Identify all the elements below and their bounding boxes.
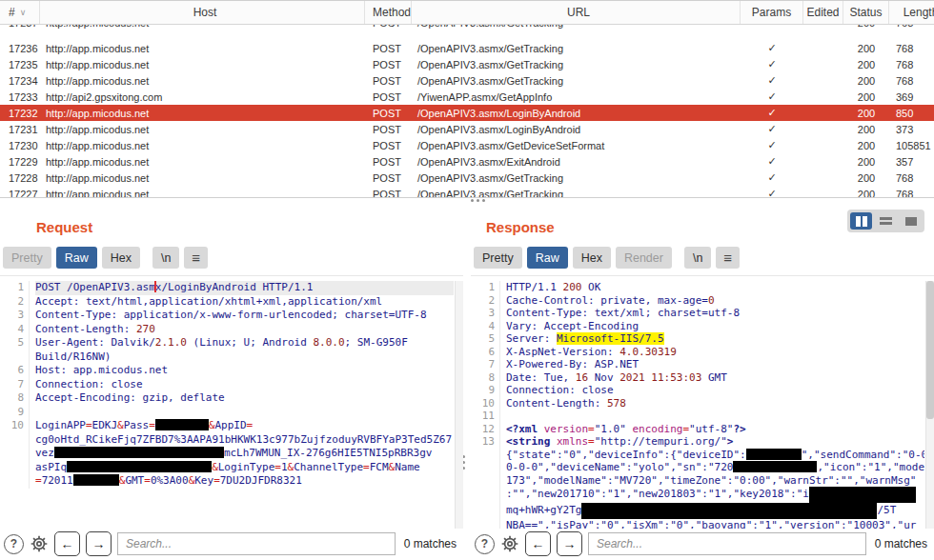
code-text: &: [212, 461, 218, 473]
request-tab-pretty[interactable]: Pretty: [3, 247, 51, 269]
response-tab-render[interactable]: Render: [616, 247, 672, 269]
layout-single-pane-button[interactable]: [900, 212, 922, 230]
row-params-check: ✓: [741, 58, 803, 70]
request-tab-menu[interactable]: ≡: [184, 247, 208, 269]
code-text: Microsoft-IIS/7.5: [557, 332, 664, 345]
response-code-line: mq+hWR+gY2Tg/5T: [472, 503, 924, 519]
columns-icon: [856, 216, 861, 227]
row-url: /OpenAPIV3.asmx/LoginByAndroid: [412, 124, 741, 135]
row-length: 373: [889, 124, 934, 135]
code-text: /5T: [877, 504, 896, 516]
row-url: /OpenAPIV3.asmx/GetDeviceSetFormat: [412, 140, 741, 151]
response-tab-newline[interactable]: \n: [684, 247, 711, 269]
response-search-input[interactable]: [588, 532, 866, 555]
help-icon[interactable]: ?: [4, 534, 24, 554]
row-params-check: ✓: [741, 155, 803, 168]
burp-proxy-http-history-screen: #∨HostMethodURLParamsEditedStatusLength …: [0, 0, 934, 560]
history-row-17230[interactable]: 17230http://app.micodus.netPOST/OpenAPIV…: [0, 137, 934, 153]
code-text: Content-Length:: [35, 323, 136, 335]
request-editor[interactable]: 1POST /OpenAPIV3.asmx/LoginByAndroid HTT…: [1, 281, 454, 529]
line-content: X-Powered-By: ASP.NET: [506, 358, 924, 371]
search-settings-button[interactable]: [30, 534, 49, 553]
column-header-method[interactable]: Method: [365, 1, 412, 24]
row-length: 768: [889, 43, 934, 54]
request-tab-newline[interactable]: \n: [152, 247, 179, 269]
scrollbar-thumb[interactable]: [926, 281, 934, 419]
row-num: 17227: [0, 189, 40, 199]
row-host: http://app.micodus.net: [40, 75, 365, 87]
response-tab-raw[interactable]: Raw: [527, 247, 568, 269]
request-scrollbar[interactable]: [455, 281, 463, 529]
history-row-17228[interactable]: 17228http://app.micodus.netPOST/OpenAPIV…: [0, 170, 934, 186]
response-code-line: 5Server: Microsoft-IIS/7.5: [472, 332, 924, 346]
request-code-line: 4Content-Length: 270: [1, 323, 454, 337]
request-search-input[interactable]: [117, 532, 396, 555]
line-number: 4: [1, 323, 30, 337]
code-text: Name: [395, 461, 420, 473]
request-code-line: 5User-Agent: Dalvik/2.1.0 (Linux; U; And…: [1, 336, 454, 350]
column-header-edited[interactable]: Edited: [803, 1, 843, 24]
code-text: GMT: [125, 474, 144, 487]
table-partial-row-clipped[interactable]: 17237http://app.micodus.netPOST/OpenAPIV…: [0, 25, 934, 40]
code-text: HTTP/1.1: [506, 281, 563, 293]
column-header-params[interactable]: Params: [741, 1, 803, 24]
history-row-17229[interactable]: 17229http://app.micodus.netPOST/OpenAPIV…: [0, 153, 934, 170]
history-row-17236[interactable]: 17236http://app.micodus.netPOST/OpenAPIV…: [0, 40, 934, 56]
request-code-line: 2Accept: text/html,application/xhtml+xml…: [1, 295, 454, 310]
code-text: ?>: [733, 423, 745, 435]
column-header-length[interactable]: Length: [889, 1, 934, 24]
help-icon[interactable]: ?: [475, 534, 495, 554]
request-code-line: 7Connection: close: [1, 378, 454, 392]
response-tab-menu[interactable]: ≡: [716, 247, 740, 269]
response-scrollbar[interactable]: [925, 281, 934, 529]
column-header-url[interactable]: URL: [412, 1, 741, 24]
code-text: Vary: Accept-Encoding: [506, 320, 639, 332]
code-text: (Linux; U; Android: [187, 336, 313, 349]
request-tab-hex[interactable]: Hex: [102, 247, 140, 269]
column-header-status[interactable]: Status: [843, 1, 889, 24]
search-previous-button[interactable]: ←: [525, 531, 551, 556]
column-header-num[interactable]: #∨: [0, 1, 40, 24]
layout-split-columns-button[interactable]: [850, 212, 872, 230]
code-text: =: [588, 435, 595, 448]
response-tab-hex[interactable]: Hex: [573, 247, 611, 269]
row-host: http://app.micodus.net: [40, 156, 365, 168]
history-row-17234[interactable]: 17234http://app.micodus.netPOST/OpenAPIV…: [0, 72, 934, 89]
response-tab-pretty[interactable]: Pretty: [474, 247, 522, 269]
history-row-17235[interactable]: 17235http://app.micodus.netPOST/OpenAPIV…: [0, 56, 934, 72]
line-number: 13: [472, 435, 500, 449]
horizontal-splitter-handle[interactable]: [471, 199, 485, 202]
code-text: Host: app.micodus.net: [35, 364, 168, 376]
search-next-button[interactable]: →: [557, 531, 582, 556]
search-next-button[interactable]: →: [86, 531, 112, 556]
line-number: 6: [1, 364, 30, 378]
line-content: LoginAPP=EDKJ&Pass=&AppID=: [35, 419, 454, 433]
line-number: 2: [1, 295, 30, 310]
history-row-17233[interactable]: 17233http://api2.gpsxitong.comPOST/Yiwen…: [0, 89, 934, 105]
search-settings-button[interactable]: [500, 534, 519, 553]
code-text: Date: Tue,: [506, 371, 576, 384]
line-content: Connection: close: [35, 378, 454, 392]
row-url: /OpenAPIV3.asmx/GetTracking: [412, 189, 741, 199]
history-row-17227[interactable]: 17227http://app.micodus.netPOST/OpenAPIV…: [0, 186, 934, 198]
code-text: &: [117, 419, 124, 431]
response-code-line: 4Vary: Accept-Encoding: [472, 320, 924, 333]
response-editor[interactable]: 1HTTP/1.1 200 OK2Cache-Control: private,…: [472, 281, 924, 529]
row-params-check: ✓: [741, 42, 803, 54]
row-status: 200: [843, 156, 889, 168]
http-history-table: #∨HostMethodURLParamsEditedStatusLength …: [0, 0, 934, 198]
code-text: Server:: [506, 332, 557, 345]
layout-split-rows-button[interactable]: [875, 212, 897, 230]
history-row-17232[interactable]: 17232http://app.micodus.netPOST/OpenAPIV…: [0, 105, 934, 121]
line-number: 12: [472, 423, 500, 436]
code-text: Key: [194, 474, 213, 487]
request-panel: Request PrettyRawHex\n≡ 1POST /OpenAPIV3…: [0, 205, 463, 560]
history-row-17231[interactable]: 17231http://app.micodus.netPOST/OpenAPIV…: [0, 121, 934, 137]
request-tab-raw[interactable]: Raw: [56, 247, 97, 269]
column-header-host[interactable]: Host: [40, 1, 365, 24]
row-url: /OpenAPIV3.asmx/GetTracking: [412, 75, 741, 87]
row-num: 17231: [0, 124, 40, 135]
search-previous-button[interactable]: ←: [54, 531, 80, 556]
table-row[interactable]: 17237http://app.micodus.netPOST/OpenAPIV…: [0, 25, 934, 30]
response-tabs: PrettyRawHexRender\n≡: [474, 247, 740, 269]
